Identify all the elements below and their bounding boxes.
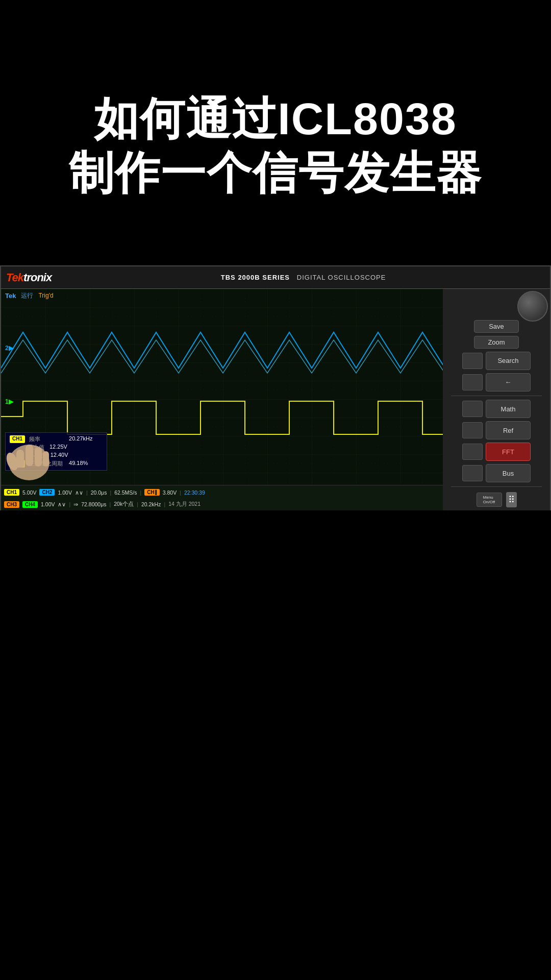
running-status: 运行 — [21, 291, 33, 300]
divider1 — [451, 396, 542, 396]
bottom-row1: CH1 5.00V CH2 1.00V ∧∨ | 20.0μs | 62.5MS… — [4, 489, 442, 496]
svg-text:1▶: 1▶ — [5, 398, 14, 405]
ch1-badge: CH1 — [4, 489, 19, 496]
title-area: 如何通过ICL8038 制作一个信号发生器 — [0, 92, 551, 200]
tek-header: Tektronix TBS 2000B SERIES DIGITAL OSCIL… — [1, 266, 550, 289]
bus-button[interactable]: Bus — [486, 464, 531, 482]
time-display: 22:30:39 — [184, 489, 205, 496]
ref-button[interactable]: Ref — [486, 421, 531, 439]
title-line2: 制作一个信号发生器 — [0, 146, 551, 200]
hand-illustration — [1, 422, 57, 483]
bottom-status-bar: CH1 5.00V CH2 1.00V ∧∨ | 20.0μs | 62.5MS… — [1, 485, 445, 511]
main-knob[interactable] — [517, 291, 548, 322]
screen-status: Tek 运行 Trig'd — [1, 290, 445, 301]
svg-rect-7 — [26, 445, 33, 466]
save-button[interactable]: Save — [474, 320, 519, 333]
fft-button[interactable]: FFT — [486, 443, 531, 461]
oscilloscope: Tektronix TBS 2000B SERIES DIGITAL OSCIL… — [0, 265, 551, 510]
back-button[interactable]: ← — [486, 373, 531, 391]
ch3-volt: 3.80V — [163, 489, 177, 496]
search-button[interactable]: Search — [486, 352, 531, 370]
ch4-volt: 1.00V — [41, 501, 55, 507]
side-btn-4[interactable] — [462, 422, 483, 438]
ch3-badge2: CH3 — [4, 501, 19, 508]
ch4-badge: CH4 — [22, 501, 38, 508]
ch3-badge: CH‖ — [144, 489, 159, 496]
right-panel: Save Zoom Search ← Math Ref FFT Bus — [443, 289, 550, 511]
side-btn-3[interactable] — [462, 401, 483, 417]
svg-rect-8 — [35, 447, 42, 467]
math-button[interactable]: Math — [486, 400, 531, 418]
divider2 — [451, 486, 542, 487]
side-btn-5[interactable] — [462, 444, 483, 460]
points: 20k个点 — [114, 501, 134, 508]
tek-logo: Tektronix — [6, 271, 52, 284]
bottom-row2: CH3 CH4 1.00V ∧∨ | ⇒ 72.8000μs | 20k个点 |… — [4, 501, 442, 508]
side-btn-1[interactable] — [462, 353, 483, 369]
zoom-button[interactable]: Zoom — [474, 336, 519, 349]
scope-screen: Tek 运行 Trig'd — [1, 289, 445, 511]
svg-rect-2 — [1, 289, 445, 511]
svg-text:2▶: 2▶ — [5, 345, 14, 352]
ch2-volt: 1.00V — [58, 489, 71, 496]
trigger-status: Trig'd — [38, 292, 53, 299]
sample-rate: 62.5MS/s — [114, 489, 137, 496]
side-btn-6[interactable] — [462, 465, 483, 481]
date-display: 14 九月 2021 — [168, 501, 201, 508]
side-btn-2[interactable] — [462, 374, 483, 390]
bottom-black — [0, 510, 551, 980]
grid-svg: 2▶ 1▶ — [1, 289, 445, 511]
freq: 20.2kHz — [141, 501, 161, 507]
svg-rect-9 — [43, 451, 49, 467]
ch2-badge: CH2 — [39, 489, 55, 496]
tek-series: TBS 2000B SERIES DIGITAL OSCILLOSCOPE — [62, 274, 545, 281]
numpad-icon[interactable]: ⠿ — [506, 492, 517, 507]
title-line1: 如何通过ICL8038 — [0, 92, 551, 146]
ch1-volt: 5.00V — [22, 489, 36, 496]
timebase: 20.0μs — [91, 489, 107, 496]
period: 72.8000μs — [81, 501, 106, 507]
menu-onoff-btn[interactable]: MenuOn/Off — [477, 493, 502, 507]
